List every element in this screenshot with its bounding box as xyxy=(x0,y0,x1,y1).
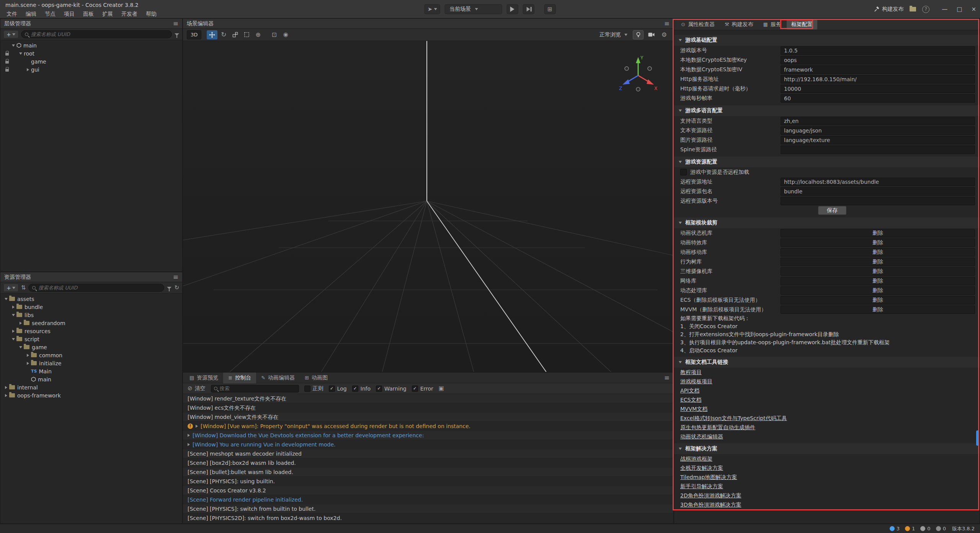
coordinate-toggle[interactable]: ◉ xyxy=(280,30,291,39)
doc-link-4-2[interactable]: API文档 xyxy=(678,386,699,395)
lock-icon[interactable] xyxy=(5,69,9,72)
caret-right-icon[interactable] xyxy=(27,354,29,357)
module-delete-button[interactable]: 删除 xyxy=(781,267,975,276)
log-row[interactable]: [Scene] [PHYSICS]: switch from builtin t… xyxy=(183,504,673,513)
doc-link-5-2[interactable]: Tiledmap地图解决方案 xyxy=(678,473,737,482)
section-header-1[interactable]: 游戏多语言配置 xyxy=(674,105,980,116)
log-row[interactable]: [Window] ecs文件夹不存在 xyxy=(183,403,673,412)
move-tool[interactable] xyxy=(207,30,217,39)
sort-icon[interactable]: ⇅ xyxy=(21,285,26,291)
axis-gizmo[interactable]: Y X Z xyxy=(616,52,660,96)
section-header-2[interactable]: 游戏资源配置 xyxy=(674,157,980,167)
prop-input[interactable] xyxy=(781,75,975,83)
log-row[interactable]: [Scene] [PHYSICS]: using builtin. xyxy=(183,477,673,486)
section-header-0[interactable]: 游戏基础配置 xyxy=(674,35,980,46)
build-button[interactable]: 构建发布 xyxy=(874,6,903,13)
menu-item-3[interactable]: 项目 xyxy=(60,10,79,18)
section-header-5[interactable]: 框架解决方案 xyxy=(674,443,980,454)
module-delete-button[interactable]: 删除 xyxy=(781,277,975,285)
caret-down-icon[interactable] xyxy=(19,52,22,55)
minimize-button[interactable]: — xyxy=(942,6,947,13)
doc-link-5-3[interactable]: 新手引导解决方案 xyxy=(678,482,723,491)
log-row[interactable]: [Window] You are running Vue in developm… xyxy=(183,440,673,449)
prop-input[interactable] xyxy=(781,85,975,93)
collapse-icon[interactable]: ▣ xyxy=(439,386,444,391)
caret-down-icon[interactable] xyxy=(19,346,22,348)
caret-down-icon[interactable] xyxy=(12,338,15,340)
menu-item-6[interactable]: 开发者 xyxy=(117,10,142,18)
filter-warning[interactable]: ✓Warning xyxy=(376,386,407,392)
doc-link-4-0[interactable]: 教程项目 xyxy=(678,368,702,377)
preview-target-select[interactable]: ➤ xyxy=(425,4,440,14)
caret-right-icon[interactable] xyxy=(5,394,7,397)
tree-item-libs[interactable]: libs xyxy=(3,311,182,319)
log-row[interactable]: [Scene] [box2d]:box2d wasm lib loaded. xyxy=(183,458,673,468)
prop-input[interactable] xyxy=(781,178,975,186)
lock-icon[interactable] xyxy=(5,61,9,64)
doc-link-4-5[interactable]: Excel格式转Json文件与TypeScript代码工具 xyxy=(678,414,787,423)
status-badge-warning[interactable]: 1 xyxy=(905,526,915,531)
refresh-icon[interactable]: ↻ xyxy=(174,285,179,291)
filter-error[interactable]: ✓Error xyxy=(412,386,433,392)
log-row[interactable]: [Scene] Forward render pipeline initiali… xyxy=(183,495,673,504)
doc-link-5-5[interactable]: 3D角色扮演游戏解决方案 xyxy=(678,500,742,509)
layout-button[interactable]: ⊞ xyxy=(544,4,555,14)
tree-item-root[interactable]: root xyxy=(3,49,182,57)
add-node-button[interactable]: + xyxy=(3,30,18,38)
prop-input[interactable] xyxy=(781,56,975,64)
tree-item-script[interactable]: script xyxy=(3,335,182,343)
status-badge-notification[interactable]: 0 xyxy=(936,526,946,531)
step-button[interactable] xyxy=(523,4,534,14)
panel-menu-icon[interactable]: ≡ xyxy=(664,374,670,381)
tab-asset-preview[interactable]: ▤资源预览 xyxy=(185,373,223,383)
play-button[interactable] xyxy=(506,4,518,14)
tree-item-main[interactable]: main xyxy=(3,375,182,383)
module-delete-button[interactable]: 删除 xyxy=(781,248,975,257)
prop-input[interactable] xyxy=(781,197,975,205)
menu-item-4[interactable]: 面板 xyxy=(79,10,98,18)
prop-input[interactable] xyxy=(781,46,975,55)
scene-select[interactable]: 当前场景 xyxy=(444,4,502,14)
prop-input[interactable] xyxy=(781,187,975,196)
tree-item-game[interactable]: game xyxy=(3,343,182,351)
tree-item-internal[interactable]: internal xyxy=(3,383,182,391)
menu-item-2[interactable]: 节点 xyxy=(41,10,60,18)
mode-2d3d-toggle[interactable]: 3D xyxy=(187,30,201,39)
rotate-tool[interactable]: ↻ xyxy=(218,30,229,39)
doc-link-4-3[interactable]: ECS文档 xyxy=(678,395,702,404)
log-row[interactable]: [Scene] [bullet]:bullet wasm lib loaded. xyxy=(183,468,673,477)
expand-icon[interactable] xyxy=(196,425,198,428)
scene-light-toggle[interactable] xyxy=(633,30,644,39)
tree-item-Main[interactable]: TSMain xyxy=(3,367,182,375)
save-button[interactable]: 保存 xyxy=(818,206,846,215)
log-row[interactable]: [Scene] meshopt wasm decoder initialized xyxy=(183,449,673,458)
scene-settings-button[interactable]: ⚙ xyxy=(659,30,670,39)
panel-menu-icon[interactable]: ≡ xyxy=(173,20,178,27)
prop-input[interactable] xyxy=(781,126,975,135)
menu-item-0[interactable]: 文件 xyxy=(2,10,21,18)
add-asset-button[interactable]: + xyxy=(3,284,18,292)
tree-item-initialize[interactable]: initialize xyxy=(3,359,182,367)
log-row[interactable]: [Scene] Cocos Creator v3.8.2 xyxy=(183,486,673,495)
caret-right-icon[interactable] xyxy=(20,322,22,325)
status-badge-error[interactable]: 0 xyxy=(920,526,930,531)
filter-info[interactable]: ✓Info xyxy=(352,386,371,392)
tab-service[interactable]: ▦服务 xyxy=(759,20,786,29)
pivot-toggle[interactable]: ⊡ xyxy=(269,30,279,39)
regex-checkbox[interactable] xyxy=(304,386,310,392)
remote-load-checkbox[interactable] xyxy=(680,169,687,175)
module-delete-button[interactable]: 删除 xyxy=(781,306,975,314)
tree-item-assets[interactable]: assets xyxy=(3,295,182,303)
tab-animation-graph[interactable]: ⊞动画图 xyxy=(300,373,333,383)
scene-camera-button[interactable] xyxy=(646,30,657,39)
view-mode-select[interactable]: 正常浏览 xyxy=(596,31,630,38)
prop-input[interactable] xyxy=(781,136,975,144)
tree-item-seedrandom[interactable]: seedrandom xyxy=(3,319,182,327)
tab-build[interactable]: ⚒构建发布 xyxy=(720,20,758,29)
module-delete-button[interactable]: 删除 xyxy=(781,296,975,304)
doc-link-5-4[interactable]: 2D角色扮演游戏解决方案 xyxy=(678,491,742,500)
filter-icon[interactable] xyxy=(167,287,172,289)
prop-input[interactable] xyxy=(781,65,975,74)
checkbox[interactable]: ✓ xyxy=(352,386,358,392)
expand-icon[interactable] xyxy=(188,434,190,437)
